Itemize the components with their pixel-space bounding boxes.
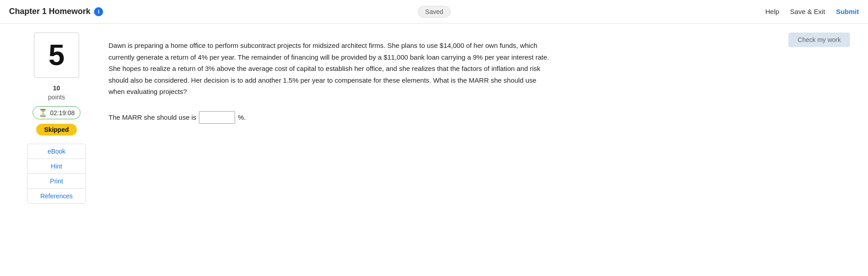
main-content: 5 10 points ⏳ 02:19:08 Skipped eBook Hin…: [0, 23, 868, 213]
header-right: Help Save & Exit Submit: [765, 8, 859, 15]
points-label: 10 points: [48, 84, 65, 102]
header-left: Chapter 1 Homework i: [9, 7, 103, 16]
skipped-badge: Skipped: [36, 124, 77, 136]
question-number: 5: [48, 38, 65, 72]
marr-answer-input[interactable]: [199, 111, 235, 124]
header: Chapter 1 Homework i Saved Help Save & E…: [0, 0, 868, 23]
references-link[interactable]: References: [28, 189, 85, 203]
page-title: Chapter 1 Homework: [9, 7, 90, 16]
question-number-box: 5: [34, 33, 79, 78]
timer-value: 02:19:08: [50, 109, 75, 117]
check-my-work-button[interactable]: Check my work: [788, 33, 850, 47]
sidebar-links: eBook Hint Print References: [27, 144, 86, 204]
header-center: Saved: [418, 6, 451, 18]
timer-icon: ⏳: [38, 108, 47, 117]
question-text: Dawn is preparing a home office to perfo…: [108, 40, 552, 98]
answer-suffix: %.: [238, 113, 246, 121]
info-icon[interactable]: i: [94, 7, 103, 16]
points-num: 10: [53, 84, 60, 92]
right-panel: Check my work Dawn is preparing a home o…: [99, 33, 854, 204]
points-text: points: [48, 94, 65, 101]
print-link[interactable]: Print: [28, 174, 85, 189]
save-exit-button[interactable]: Save & Exit: [790, 8, 826, 15]
answer-prefix: The MARR she should use is: [108, 113, 196, 121]
saved-badge: Saved: [418, 6, 451, 18]
ebook-link[interactable]: eBook: [28, 144, 85, 159]
submit-button[interactable]: Submit: [836, 8, 859, 15]
hint-link[interactable]: Hint: [28, 159, 85, 174]
left-panel: 5 10 points ⏳ 02:19:08 Skipped eBook Hin…: [14, 33, 99, 204]
timer-badge: ⏳ 02:19:08: [33, 106, 81, 119]
help-button[interactable]: Help: [765, 8, 779, 15]
answer-row: The MARR she should use is %.: [108, 111, 854, 124]
